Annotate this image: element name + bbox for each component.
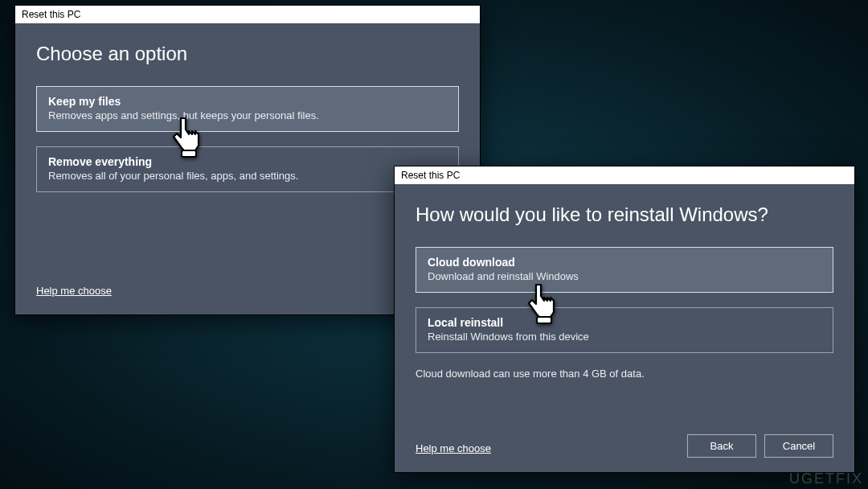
option-description: Download and reinstall Windows: [428, 270, 821, 282]
dialog-title: Reset this PC: [22, 9, 80, 20]
watermark-logo: UGETFIX: [789, 471, 863, 487]
dialog-body: How would you like to reinstall Windows?…: [395, 184, 854, 472]
option-title: Keep my files: [48, 95, 447, 108]
option-cloud-download[interactable]: Cloud download Download and reinstall Wi…: [416, 247, 833, 293]
option-title: Local reinstall: [428, 316, 821, 329]
option-keep-my-files[interactable]: Keep my files Removes apps and settings,…: [36, 86, 459, 132]
option-description: Removes all of your personal files, apps…: [48, 170, 447, 182]
page-heading: Choose an option: [36, 43, 459, 65]
dialog-buttons: Back Cancel: [687, 434, 833, 458]
help-me-choose-link[interactable]: Help me choose: [416, 442, 491, 454]
cancel-button[interactable]: Cancel: [764, 434, 833, 458]
page-heading: How would you like to reinstall Windows?: [416, 203, 833, 226]
dialog-title: Reset this PC: [401, 170, 460, 181]
option-local-reinstall[interactable]: Local reinstall Reinstall Windows from t…: [416, 307, 833, 353]
option-description: Removes apps and settings, but keeps you…: [48, 109, 447, 121]
option-description: Reinstall Windows from this device: [428, 331, 821, 343]
help-me-choose-link[interactable]: Help me choose: [36, 285, 112, 297]
option-title: Cloud download: [428, 256, 821, 269]
reset-pc-dialog-reinstall-method: Reset this PC How would you like to rein…: [394, 166, 855, 473]
data-usage-note: Cloud download can use more than 4 GB of…: [416, 368, 833, 380]
dialog-titlebar: Reset this PC: [395, 166, 854, 184]
back-button[interactable]: Back: [687, 434, 756, 458]
option-title: Remove everything: [48, 155, 447, 168]
dialog-titlebar: Reset this PC: [15, 6, 480, 23]
